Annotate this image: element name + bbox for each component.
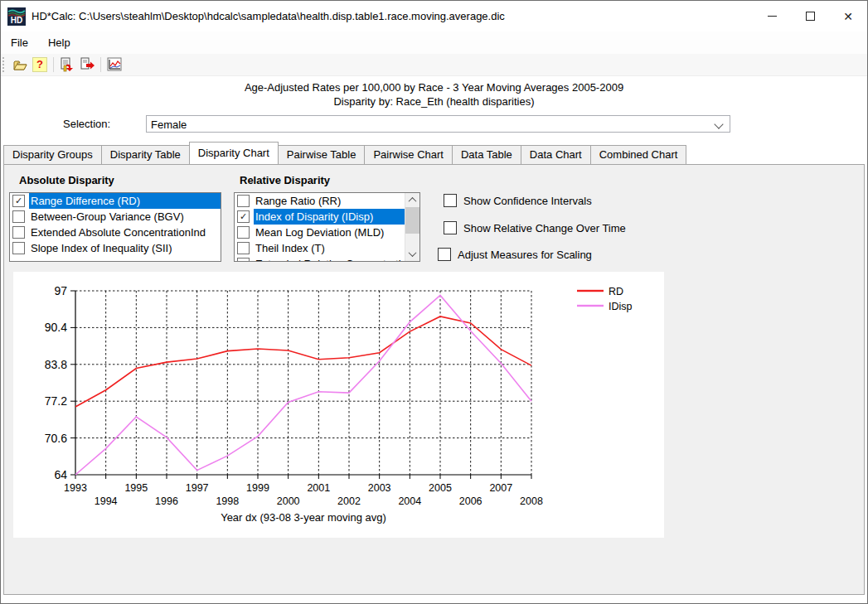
x-tick-label: 1998 <box>216 495 239 507</box>
item-checkbox[interactable]: ✓ <box>12 195 25 207</box>
x-axis-title: Year dx (93-08 3-year moving avg) <box>221 511 386 524</box>
list-item[interactable]: Extended Absolute ConcentrationInd <box>10 225 221 240</box>
maximize-icon <box>806 12 815 21</box>
report-title-line2: Disparity by: Race_Eth (health dispariti… <box>1 95 867 108</box>
scroll-down-button[interactable] <box>405 247 419 261</box>
item-checkbox[interactable] <box>237 258 250 262</box>
title-bar: HD HD*Calc: C:\Users\steahlm\Desktop\hdc… <box>1 1 867 31</box>
close-button[interactable]: ✕ <box>829 1 867 31</box>
list-item[interactable]: Theil Index (T) <box>235 240 405 256</box>
x-tick-label: 1995 <box>124 482 148 494</box>
item-checkbox[interactable]: ✓ <box>237 210 250 223</box>
absolute-disparity-listbox[interactable]: ✓Range Difference (RD)Between-Group Vari… <box>9 192 221 262</box>
absolute-disparity-title: Absolute Disparity <box>19 174 114 186</box>
series-idisp <box>75 295 531 475</box>
option-adjust-measures-for-scaling[interactable]: Adjust Measures for Scaling <box>438 248 592 261</box>
x-tick-label: 1996 <box>155 495 178 507</box>
x-tick-label: 2006 <box>459 495 482 507</box>
toolbar-grip <box>2 57 7 72</box>
scroll-up-button[interactable] <box>405 193 419 207</box>
item-label: Mean Log Deviation (MLD) <box>254 225 405 240</box>
tab-pairwise-table[interactable]: Pairwise Table <box>278 145 366 164</box>
open-file-button[interactable] <box>11 56 29 74</box>
item-label: Range Difference (RD) <box>29 193 221 209</box>
x-tick-label: 2000 <box>277 495 300 507</box>
x-tick-label: 2008 <box>520 495 543 507</box>
chart-icon <box>107 57 122 72</box>
tab-disparity-groups[interactable]: Disparity Groups <box>3 145 102 164</box>
help-icon: ? <box>32 57 47 72</box>
app-window: HD HD*Calc: C:\Users\steahlm\Desktop\hdc… <box>0 0 868 604</box>
menu-item-help[interactable]: Help <box>38 33 80 52</box>
window-title: HD*Calc: C:\Users\steahlm\Desktop\hdcalc… <box>32 10 505 22</box>
disparity-chart-svg: 1993199419951996199719981999200020012002… <box>13 272 664 538</box>
y-tick-label: 83.8 <box>45 358 67 371</box>
chart-button[interactable] <box>105 56 124 74</box>
toolbar: ? <box>1 54 867 76</box>
list-item[interactable]: ✓Index of Disparity (IDisp) <box>235 209 405 225</box>
x-tick-label: 1997 <box>186 482 209 494</box>
scrollbar-thumb[interactable] <box>405 207 419 234</box>
copy-table-button[interactable] <box>58 56 76 74</box>
option-label[interactable]: Show Relative Change Over Time <box>463 222 626 234</box>
item-checkbox[interactable] <box>12 242 25 254</box>
series-rd <box>75 316 531 407</box>
list-item[interactable]: Range Ratio (RR) <box>235 193 405 209</box>
menu-bar: FileHelp <box>1 31 867 54</box>
tab-strip: Disparity GroupsDisparity TableDisparity… <box>3 142 686 164</box>
y-tick-label: 90.4 <box>45 321 67 334</box>
item-checkbox[interactable] <box>237 226 250 239</box>
selection-dropdown[interactable]: Female <box>146 115 730 133</box>
item-checkbox[interactable] <box>237 195 250 207</box>
help-button[interactable]: ? <box>31 56 49 74</box>
list-item[interactable]: Extended Relative Concentration <box>235 256 405 262</box>
item-checkbox[interactable] <box>12 210 25 223</box>
option-show-confidence-intervals[interactable]: Show Confidence Intervals <box>444 194 592 207</box>
x-tick-label: 2002 <box>337 495 361 507</box>
minimize-icon <box>768 16 777 17</box>
x-tick-label: 2004 <box>398 495 421 507</box>
option-show-relative-change-over-time[interactable]: Show Relative Change Over Time <box>444 221 626 234</box>
app-icon: HD <box>7 7 26 26</box>
relative-listbox-scrollbar[interactable] <box>405 193 419 261</box>
x-tick-label: 2005 <box>429 482 452 494</box>
option-label[interactable]: Show Confidence Intervals <box>463 195 592 207</box>
toolbar-separator <box>100 57 101 72</box>
maximize-button[interactable] <box>791 1 829 31</box>
item-label: Slope Index of Inequality (SII) <box>29 240 221 256</box>
option-checkbox[interactable] <box>438 248 451 261</box>
export-button[interactable] <box>78 56 96 74</box>
option-checkbox[interactable] <box>444 221 457 234</box>
item-checkbox[interactable] <box>12 226 25 239</box>
close-icon: ✕ <box>843 11 853 22</box>
y-tick-label: 77.2 <box>45 394 67 408</box>
minimize-button[interactable] <box>753 1 791 31</box>
option-label[interactable]: Adjust Measures for Scaling <box>458 249 592 261</box>
export-icon <box>80 57 95 72</box>
relative-disparity-listbox[interactable]: Range Ratio (RR)✓Index of Disparity (IDi… <box>234 192 420 262</box>
open-file-icon <box>13 58 27 72</box>
y-tick-label: 70.6 <box>45 432 67 445</box>
tab-pairwise-chart[interactable]: Pairwise Chart <box>364 145 453 164</box>
tab-disparity-chart[interactable]: Disparity Chart <box>189 142 279 164</box>
tab-data-table[interactable]: Data Table <box>452 145 521 164</box>
item-label: Range Ratio (RR) <box>254 193 405 209</box>
list-item[interactable]: Between-Group Variance (BGV) <box>10 209 221 225</box>
list-item[interactable]: Slope Index of Inequality (SII) <box>10 240 221 256</box>
chevron-down-icon <box>409 249 417 257</box>
relative-disparity-title: Relative Disparity <box>240 174 330 186</box>
tab-disparity-table[interactable]: Disparity Table <box>101 145 190 164</box>
item-checkbox[interactable] <box>237 242 250 254</box>
x-tick-label: 1999 <box>246 482 269 494</box>
tab-combined-chart[interactable]: Combined Chart <box>590 145 687 164</box>
list-item[interactable]: Mean Log Deviation (MLD) <box>235 225 405 240</box>
selection-value: Female <box>151 118 187 131</box>
x-tick-label: 2001 <box>307 482 330 494</box>
tab-data-chart[interactable]: Data Chart <box>521 145 591 164</box>
menu-item-file[interactable]: File <box>1 33 38 52</box>
item-label: Extended Relative Concentration <box>254 256 405 262</box>
legend-label-idisp: IDisp <box>609 301 633 312</box>
option-checkbox[interactable] <box>444 194 457 207</box>
y-tick-label: 97 <box>54 284 67 297</box>
list-item[interactable]: ✓Range Difference (RD) <box>10 193 221 209</box>
